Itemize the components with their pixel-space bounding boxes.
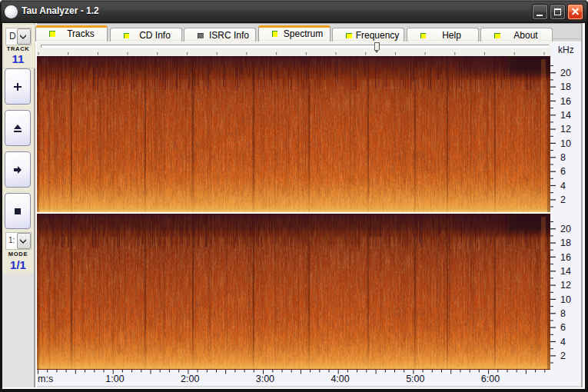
svg-text:10: 10 bbox=[560, 294, 571, 305]
svg-text:4:00: 4:00 bbox=[331, 374, 349, 384]
svg-text:6:00: 6:00 bbox=[481, 374, 500, 384]
svg-text:6: 6 bbox=[560, 322, 566, 333]
svg-text:14: 14 bbox=[560, 266, 571, 277]
svg-text:20: 20 bbox=[560, 224, 571, 234]
svg-text:2: 2 bbox=[560, 194, 566, 205]
svg-text:2:00: 2:00 bbox=[181, 374, 199, 384]
svg-text:12: 12 bbox=[560, 124, 571, 135]
svg-text:2: 2 bbox=[560, 350, 566, 361]
svg-text:8: 8 bbox=[560, 152, 566, 163]
svg-text:20: 20 bbox=[560, 68, 571, 78]
svg-text:3:00: 3:00 bbox=[256, 374, 274, 384]
svg-text:m:s: m:s bbox=[38, 374, 53, 384]
svg-text:4: 4 bbox=[560, 337, 566, 347]
svg-text:18: 18 bbox=[560, 81, 571, 92]
svg-text:14: 14 bbox=[560, 110, 571, 121]
svg-text:8: 8 bbox=[560, 308, 566, 319]
svg-text:18: 18 bbox=[560, 238, 571, 248]
svg-text:1:00: 1:00 bbox=[105, 374, 124, 384]
svg-text:6: 6 bbox=[560, 166, 566, 177]
svg-text:16: 16 bbox=[560, 252, 571, 263]
svg-text:5:00: 5:00 bbox=[406, 374, 424, 384]
svg-text:16: 16 bbox=[560, 96, 571, 107]
svg-text:10: 10 bbox=[560, 138, 571, 149]
svg-text:12: 12 bbox=[560, 280, 571, 291]
svg-text:4: 4 bbox=[560, 181, 566, 191]
